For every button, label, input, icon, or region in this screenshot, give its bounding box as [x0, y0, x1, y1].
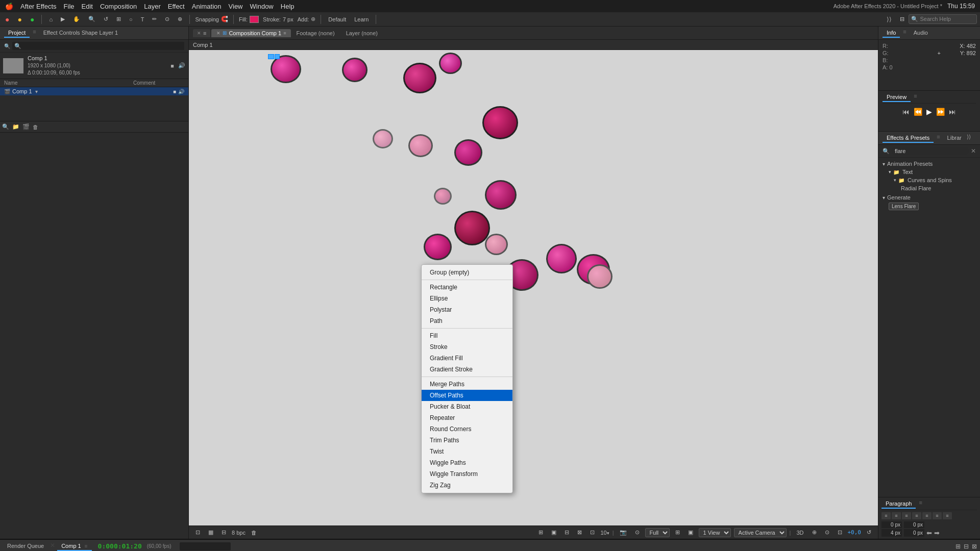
camera-select[interactable]: Active Camera	[734, 528, 787, 537]
fill-swatch[interactable]	[250, 16, 259, 23]
learn-btn[interactable]: Learn	[352, 15, 371, 23]
tab-render-queue-tl[interactable]: Render Queue	[3, 542, 48, 551]
menu-pucker-bloat[interactable]: Pucker & Bloat	[422, 401, 512, 412]
hand-tool[interactable]: ✋	[71, 15, 82, 23]
curves-spins-item[interactable]: ▾ 📁 Curves and Spins	[878, 176, 980, 184]
transparency-btn[interactable]: ▦	[206, 528, 216, 537]
menu-stroke[interactable]: Stroke	[422, 341, 512, 353]
stroke-value[interactable]: 7 px	[283, 16, 293, 22]
pen-tool[interactable]: T	[139, 15, 146, 23]
clear-search-btn[interactable]: ✕	[971, 147, 976, 155]
menu-merge-paths[interactable]: Merge Paths	[422, 379, 512, 390]
expand-btn[interactable]: ⟩⟩	[887, 16, 892, 23]
add-icon[interactable]: ⊕	[311, 16, 315, 22]
menu-gradient-stroke[interactable]: Gradient Stroke	[422, 364, 512, 375]
comp-tab-close[interactable]: ✕	[216, 31, 220, 36]
justify-all-btn[interactable]: ≡	[943, 512, 952, 519]
menu-wiggle-paths[interactable]: Wiggle Paths	[422, 457, 512, 468]
tl-tool-2[interactable]: ⊟	[964, 543, 969, 550]
delete-btn[interactable]: 🗑	[249, 529, 259, 537]
align-center-btn[interactable]: ≡	[892, 512, 901, 519]
arrow-tool[interactable]: ▶	[59, 15, 67, 23]
traffic-green[interactable]: ●	[28, 14, 36, 24]
animation-presets-header[interactable]: ▾ Animation Presets	[878, 160, 980, 168]
tab-project[interactable]: Project	[4, 29, 30, 38]
stamp-tool[interactable]: ⊙	[163, 15, 172, 23]
bit-depth[interactable]: 8 bpc	[232, 530, 246, 536]
rotate-tool[interactable]: ↺	[102, 15, 110, 23]
transparency2-btn[interactable]: ▣	[549, 528, 559, 537]
tl-timecode[interactable]: 0:000:01:20	[98, 542, 142, 550]
delete-item-btn[interactable]: 🗑	[33, 124, 38, 130]
align-right-btn[interactable]: ≡	[902, 512, 911, 519]
menu-animation[interactable]: Animation	[192, 3, 222, 10]
justify-left-btn[interactable]: ≡	[912, 512, 921, 519]
menu-offset-paths[interactable]: Offset Paths	[422, 390, 512, 401]
menu-help[interactable]: Help	[281, 3, 295, 10]
menu-zig-zag[interactable]: Zig Zag	[422, 480, 512, 491]
guides-btn[interactable]: ⊟	[562, 528, 572, 537]
safe-zones-btn[interactable]: ⊠	[575, 528, 584, 537]
composition-viewer[interactable]: Group (empty) Rectangle Ellipse Polystar…	[189, 50, 878, 525]
menu-ellipse[interactable]: Ellipse	[422, 293, 512, 304]
tab-preview[interactable]: Preview	[883, 93, 911, 102]
new-comp-btn[interactable]: 🎬	[22, 123, 30, 130]
traffic-red[interactable]: ●	[3, 14, 11, 24]
menu-path[interactable]: Path	[422, 315, 512, 327]
view-select[interactable]: 1 View	[699, 528, 731, 537]
show-snapshot-btn[interactable]: ▣	[685, 528, 696, 537]
interpret-footage-btn[interactable]: 🔍	[2, 123, 9, 130]
brush-tool[interactable]: ✏	[150, 15, 159, 23]
para-extra-btn1[interactable]: ⬅	[926, 529, 932, 537]
menu-fill[interactable]: Fill	[422, 330, 512, 341]
radial-flare-item[interactable]: Radial Flare	[878, 184, 980, 192]
menu-repeater[interactable]: Repeater	[422, 412, 512, 423]
search-help[interactable]: 🔍 Search Help	[909, 14, 977, 24]
menu-wiggle-transform[interactable]: Wiggle Transform	[422, 468, 512, 480]
menu-layer[interactable]: Layer	[144, 3, 161, 10]
reset-view-btn[interactable]: ↺	[864, 528, 874, 537]
project-item[interactable]: Comp 1 980 x 551 (1,00) Δ 0:00:10:09, …	[0, 53, 188, 79]
tab-render-queue[interactable]: ✕ ≡	[193, 29, 210, 37]
generate-header[interactable]: ▾ Generate	[878, 193, 980, 202]
menu-gradient-fill[interactable]: Gradient Fill	[422, 353, 512, 364]
menu-window[interactable]: Window	[250, 3, 274, 10]
project-search-input[interactable]	[12, 42, 184, 50]
snapshot-btn[interactable]: ⊞	[673, 528, 682, 537]
effects-search-input[interactable]	[892, 147, 969, 155]
tl-search-input[interactable]	[180, 542, 231, 550]
tab-comp-tl[interactable]: Comp 1 ≡	[57, 542, 91, 551]
tl-tool-3[interactable]: ⊠	[972, 543, 977, 550]
prev-first-btn[interactable]: ⏮	[902, 108, 910, 116]
comp-tl-menu[interactable]: ≡	[85, 543, 88, 549]
region-btn[interactable]: ⊡	[193, 528, 203, 537]
lens-flare-item[interactable]: Lens Flare	[878, 202, 980, 211]
menu-round-corners[interactable]: Round Corners	[422, 423, 512, 435]
prev-play-btn[interactable]: ▶	[926, 108, 932, 116]
motion-blur-btn[interactable]: ⊙	[822, 528, 832, 537]
new-folder-btn[interactable]: 📁	[12, 123, 19, 130]
menu-composition[interactable]: Composition	[100, 3, 137, 10]
menu-polystar[interactable]: Polystar	[422, 304, 512, 315]
apple-menu[interactable]: 🍎	[5, 3, 13, 10]
menu-edit[interactable]: Edit	[82, 3, 93, 10]
justify-center-btn[interactable]: ≡	[922, 512, 932, 519]
effects-toggle-btn[interactable]: ⊕	[810, 528, 819, 537]
menu-view[interactable]: View	[229, 3, 243, 10]
tab-audio[interactable]: Audio	[910, 29, 932, 38]
snap-btn[interactable]: ⊞	[536, 528, 546, 537]
para-space-after[interactable]	[904, 529, 924, 537]
camera-toggle-btn[interactable]: ⊙	[632, 528, 642, 537]
tab-effect-controls[interactable]: Effect Controls Shape Layer 1	[39, 29, 122, 38]
traffic-yellow[interactable]: ●	[15, 14, 23, 24]
camera-tool[interactable]: ⊞	[114, 15, 123, 23]
tab-effects-presets[interactable]: Effects & Presets	[883, 134, 934, 143]
zoom-level[interactable]: 10▾	[600, 530, 609, 536]
3d-btn[interactable]: ⊡	[587, 528, 597, 537]
3d-options-btn[interactable]: 3D	[794, 529, 806, 537]
comp-tab-menu[interactable]: ≡	[283, 31, 286, 36]
close-render-tab[interactable]: ✕	[197, 31, 201, 36]
menu-aftereffects[interactable]: After Effects	[20, 3, 57, 10]
para-extra-btn2[interactable]: ➡	[934, 529, 940, 537]
pixel-aspect-btn[interactable]: ⊟	[219, 528, 229, 537]
